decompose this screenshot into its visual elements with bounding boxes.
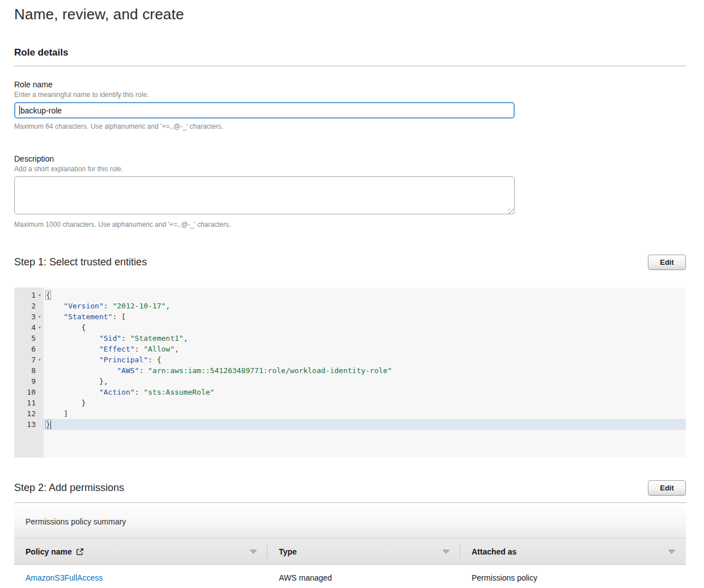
role-details-heading: Role details (14, 47, 686, 58)
fold-slot (36, 387, 44, 397)
code-line: { (44, 290, 686, 301)
table-row: AmazonS3FullAccess AWS managed Permissio… (14, 565, 686, 588)
fold-arrow-icon[interactable]: ▾ (36, 290, 44, 301)
editor-caret (50, 421, 51, 429)
permissions-table: Policy name Type Attached as (14, 539, 686, 588)
column-header-attached-as[interactable]: Attached as (460, 539, 686, 564)
column-header-policy-name[interactable]: Policy name (14, 539, 268, 564)
description-constraint: Maximum 1000 characters. Use alphanumeri… (14, 221, 686, 229)
fold-slot (36, 419, 44, 430)
fold-slot (36, 365, 44, 376)
fold-slot (36, 344, 44, 354)
filter-dropdown-icon[interactable] (668, 549, 676, 554)
line-number: 11 (14, 397, 44, 408)
editor-gutter: 1▾23▾4▾567▾8910111213 (14, 287, 44, 458)
step2-heading: Step 2: Add permissions (14, 482, 124, 494)
fold-slot (36, 408, 44, 419)
fold-arrow-icon[interactable]: ▾ (36, 311, 44, 322)
fold-arrow-icon[interactable]: ▾ (36, 322, 44, 333)
fold-slot (36, 376, 44, 387)
line-number: 9 (14, 376, 44, 387)
code-line: } (44, 419, 686, 430)
role-name-label: Role name (14, 80, 686, 89)
page-title: Name, review, and create (14, 0, 686, 23)
column-label: Type (279, 547, 297, 556)
line-number: 1▾ (14, 290, 44, 301)
code-line: ] (44, 408, 686, 419)
line-number: 4▾ (14, 322, 44, 333)
policy-type-cell: AWS managed (268, 573, 460, 582)
line-number: 12 (14, 408, 44, 419)
code-line: "Version": "2012-10-17", (44, 301, 686, 311)
description-area-wrap (14, 176, 515, 217)
description-label: Description (14, 154, 686, 163)
role-name-input[interactable] (14, 102, 515, 119)
code-line: { (44, 322, 686, 333)
column-label: Policy name (26, 547, 72, 556)
permissions-summary-header: Permissions policy summary (14, 505, 686, 539)
code-line: }, (44, 376, 686, 387)
line-number: 2 (14, 301, 44, 311)
line-number: 6 (14, 344, 44, 354)
role-name-hint: Enter a meaningful name to identify this… (14, 91, 686, 99)
line-number: 7▾ (14, 354, 44, 365)
edit-trusted-entities-button[interactable]: Edit (648, 255, 686, 270)
external-link-icon (76, 548, 84, 557)
policy-name-cell: AmazonS3FullAccess (14, 573, 268, 582)
column-label: Attached as (472, 547, 516, 556)
description-textarea[interactable] (14, 176, 515, 214)
role-name-constraint: Maximum 64 characters. Use alphanumeric … (14, 122, 686, 130)
edit-permissions-button[interactable]: Edit (648, 480, 686, 496)
trust-policy-editor[interactable]: 1▾23▾4▾567▾8910111213 { "Version": "2012… (14, 287, 686, 458)
column-header-type[interactable]: Type (268, 539, 460, 564)
code-line: "Effect": "Allow", (44, 344, 686, 354)
code-line: "Action": "sts:AssumeRole" (44, 387, 686, 397)
resize-handle[interactable] (508, 209, 514, 214)
text-caret (19, 105, 20, 115)
line-number: 8 (14, 365, 44, 376)
code-line: "Principal": { (44, 354, 686, 365)
role-name-input-wrap (14, 102, 515, 119)
line-number: 10 (14, 387, 44, 397)
fold-slot (36, 333, 44, 344)
filter-dropdown-icon[interactable] (249, 549, 257, 554)
code-line: "Sid": "Statement1", (44, 333, 686, 344)
code-line: "Statement": [ (44, 311, 686, 322)
description-hint: Add a short explanation for this role. (14, 165, 686, 173)
code-line: "AWS": "arn:aws:iam::541263489771:role/w… (44, 365, 686, 376)
filter-dropdown-icon[interactable] (442, 549, 450, 554)
step1-heading: Step 1: Select trusted entities (14, 256, 147, 268)
line-number: 13 (14, 419, 44, 430)
permissions-summary-title: Permissions policy summary (14, 517, 126, 526)
line-number: 3▾ (14, 311, 44, 322)
attached-as-cell: Permissions policy (460, 573, 686, 582)
table-header-row: Policy name Type Attached as (14, 539, 686, 565)
step2-divider (14, 502, 686, 503)
line-number: 5 (14, 333, 44, 344)
policy-name-link[interactable]: AmazonS3FullAccess (26, 573, 103, 582)
code-line: } (44, 397, 686, 408)
section-divider (14, 66, 686, 66)
fold-arrow-icon[interactable]: ▾ (36, 354, 44, 365)
editor-code[interactable]: { "Version": "2012-10-17", "Statement": … (44, 287, 686, 458)
fold-slot (36, 397, 44, 408)
fold-slot (36, 301, 44, 311)
